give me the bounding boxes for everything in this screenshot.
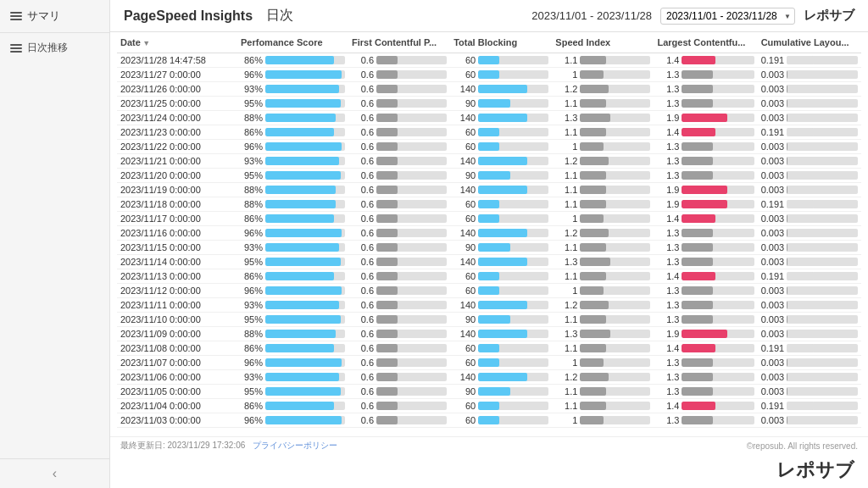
cell-perf: 96% <box>237 356 348 370</box>
perf-bar-track <box>265 301 345 309</box>
cls-value: 0.003 <box>761 314 785 324</box>
cell-date: 2023/11/24 0:00:00 <box>117 111 237 125</box>
fcp-bar-track <box>376 344 447 352</box>
si-bar-track <box>580 373 650 381</box>
cell-fcp: 0.6 <box>348 226 450 241</box>
sidebar-header[interactable]: サマリ <box>0 0 109 33</box>
tbt-bar-fill <box>478 157 527 165</box>
sidebar-item-daily[interactable]: 日次推移 <box>0 33 109 63</box>
cell-tbt: 140 <box>450 370 552 385</box>
footer-left: 最終更新日: 2023/11/29 17:32:06 プライバシーポリシー <box>120 440 337 452</box>
lcp-bar-fill <box>682 200 727 208</box>
tbt-bar-track <box>478 330 548 338</box>
fcp-bar-track <box>376 272 447 280</box>
cell-si: 1.3 <box>552 327 654 341</box>
si-value: 1.2 <box>555 228 577 238</box>
footer: 最終更新日: 2023/11/29 17:32:06 プライバシーポリシー ©r… <box>110 436 868 454</box>
lcp-bar-fill <box>682 315 713 324</box>
tbt-bar-track <box>478 272 548 280</box>
fcp-value: 0.6 <box>352 358 374 368</box>
si-bar-fill <box>580 330 610 338</box>
table-row: 2023/11/24 0:00:00 88% 0.6 <box>117 111 861 125</box>
fcp-bar-track <box>376 56 447 64</box>
si-bar-track <box>580 330 650 338</box>
cls-bar-fill <box>787 56 814 64</box>
fcp-bar-fill <box>376 301 398 309</box>
cell-tbt: 60 <box>450 212 552 226</box>
cls-bar-fill <box>787 330 787 338</box>
cell-date: 2023/11/16 0:00:00 <box>117 226 237 241</box>
perf-bar-fill <box>265 157 339 165</box>
table-body: 2023/11/28 14:47:58 86% 0.6 <box>117 53 861 428</box>
cls-bar-fill <box>787 387 787 396</box>
cell-cls: 0.191 <box>758 341 861 356</box>
cls-bar-fill <box>787 243 787 252</box>
lcp-bar-track <box>682 85 754 93</box>
table-row: 2023/11/26 0:00:00 93% 0.6 <box>117 82 861 97</box>
cell-fcp: 0.6 <box>348 413 450 428</box>
perf-bar-track <box>265 56 345 64</box>
cls-value: 0.191 <box>761 127 785 137</box>
cls-value: 0.003 <box>761 214 785 224</box>
cell-lcp: 1.3 <box>654 154 757 169</box>
si-value: 1.1 <box>555 242 577 252</box>
perf-bar-track <box>265 85 345 93</box>
lcp-bar-track <box>682 358 754 367</box>
cell-cls: 0.003 <box>758 370 861 385</box>
cell-tbt: 140 <box>450 255 552 269</box>
table-row: 2023/11/03 0:00:00 96% 0.6 <box>117 413 861 428</box>
cell-fcp: 0.6 <box>348 97 450 111</box>
lcp-bar-track <box>682 171 754 180</box>
cell-perf: 95% <box>237 385 348 399</box>
fcp-value: 0.6 <box>352 372 374 382</box>
fcp-bar-track <box>376 186 447 194</box>
perf-value: 95% <box>241 98 263 108</box>
lcp-value: 1.4 <box>657 271 679 281</box>
perf-bar-fill <box>265 330 336 338</box>
si-bar-fill <box>580 387 605 396</box>
cls-bar-track <box>787 70 858 79</box>
tbt-value: 60 <box>453 286 476 296</box>
col-cls: Cumulative Layou... <box>758 32 861 53</box>
lcp-bar-fill <box>682 272 715 280</box>
cell-fcp: 0.6 <box>348 284 450 298</box>
cell-perf: 88% <box>237 197 348 212</box>
perf-value: 93% <box>241 156 263 166</box>
cls-bar-fill <box>787 200 814 208</box>
lcp-value: 1.3 <box>657 372 679 382</box>
data-table-container[interactable]: Date Perfomance Score First Contentful P… <box>110 32 868 436</box>
fcp-value: 0.6 <box>352 170 374 180</box>
tbt-bar-fill <box>478 286 499 295</box>
perf-value: 93% <box>241 84 263 94</box>
tbt-bar-fill <box>478 171 509 180</box>
si-bar-track <box>580 56 650 64</box>
tbt-bar-track <box>478 85 548 93</box>
cell-lcp: 1.9 <box>654 183 757 197</box>
lcp-value: 1.3 <box>657 257 679 267</box>
cell-si: 1.2 <box>552 154 654 169</box>
table-row: 2023/11/05 0:00:00 95% 0.6 <box>117 385 861 399</box>
col-date[interactable]: Date <box>117 32 237 53</box>
cell-lcp: 1.3 <box>654 356 757 370</box>
perf-value: 86% <box>241 401 263 411</box>
si-bar-fill <box>580 128 605 136</box>
lcp-bar-track <box>682 301 754 309</box>
sidebar-toggle[interactable]: ‹ <box>0 458 109 488</box>
cell-date: 2023/11/05 0:00:00 <box>117 385 237 399</box>
cell-fcp: 0.6 <box>348 68 450 82</box>
cls-bar-fill <box>787 272 814 280</box>
table-row: 2023/11/21 0:00:00 93% 0.6 <box>117 154 861 169</box>
table-row: 2023/11/15 0:00:00 93% 0.6 <box>117 241 861 255</box>
lcp-value: 1.4 <box>657 127 679 137</box>
cell-date: 2023/11/20 0:00:00 <box>117 169 237 183</box>
tbt-bar-track <box>478 315 548 324</box>
fcp-bar-fill <box>376 56 398 64</box>
si-bar-track <box>580 272 650 280</box>
cell-cls: 0.003 <box>758 255 861 269</box>
date-range-selector[interactable]: 2023/11/01 - 2023/11/28 <box>660 8 795 25</box>
date-range-select[interactable]: 2023/11/01 - 2023/11/28 <box>660 8 795 25</box>
perf-bar-fill <box>265 99 341 108</box>
fcp-bar-fill <box>376 272 398 280</box>
cell-lcp: 1.4 <box>654 125 757 140</box>
footer-policy-link[interactable]: プライバシーポリシー <box>253 441 337 450</box>
